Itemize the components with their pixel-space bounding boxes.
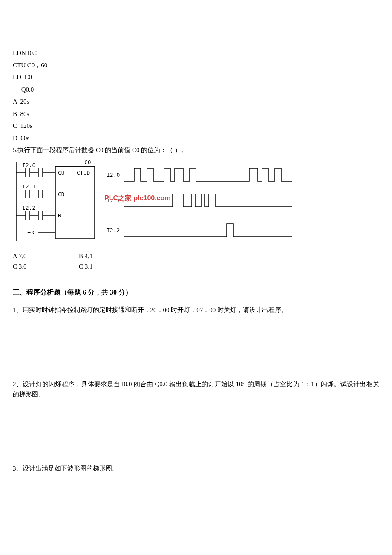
answer-b: B 4,1 <box>79 251 93 261</box>
answer-a: A 7,0 <box>13 251 79 261</box>
code-line: = Q0.0 <box>13 84 379 96</box>
code-line: D 60s <box>13 132 379 145</box>
code-line: LDN I0.0 <box>13 47 379 59</box>
code-block: LDN I0.0 CTU C0，60 LD C0 = Q0.0 A 20s B … <box>13 47 379 144</box>
signal-label-i20: I2.0 <box>107 172 120 178</box>
label-cd: CD <box>58 191 65 197</box>
question-3-3: 3、设计出满足如下波形图的梯形图。 <box>13 463 379 474</box>
answer-row-1: A 7,0 B 4,1 <box>13 251 379 261</box>
label-i22: I2.2 <box>22 205 35 211</box>
signal-label-i22: I2.2 <box>107 227 120 234</box>
answer-c1: C 3,0 <box>13 261 79 272</box>
code-line: A 20s <box>13 95 379 108</box>
label-c0: C0 <box>84 159 91 165</box>
label-i21: I2.1 <box>22 183 35 190</box>
label-ctud: CTUD <box>77 170 90 176</box>
label-cu: CU <box>58 170 65 176</box>
ladder-timing-diagram: I2.0 I2.1 I2.2 +3 C0 CU CTUD CD R I2.0 I… <box>13 158 379 249</box>
question-5-text: 5.执行下面一段程序后计数器 C0 的当前值 C0 的位为：（ ）。 <box>13 145 379 155</box>
question-3-2: 2、设计灯的闪烁程序，具体要求是当 I0.0 闭合由 Q0.0 输出负载上的灯开… <box>13 379 379 399</box>
watermark-text: PLC之家 plc100.com <box>104 194 171 202</box>
svg-rect-23 <box>55 166 95 239</box>
answer-row-2: C 3,0 C 3,1 <box>13 261 379 272</box>
code-line: B 80s <box>13 108 379 120</box>
label-preset: +3 <box>27 229 34 236</box>
code-line: LD C0 <box>13 71 379 84</box>
label-i20: I2.0 <box>22 162 35 168</box>
question-3-1: 1、用实时时钟指令控制路灯的定时接通和断开，20：00 时开灯，07：00 时关… <box>13 305 379 315</box>
code-line: CTU C0，60 <box>13 59 379 72</box>
label-r: R <box>58 212 61 219</box>
section-3-title: 三、程序分析题（每题 6 分，共 30 分） <box>13 287 379 298</box>
code-line: C 120s <box>13 120 379 132</box>
answer-c2: C 3,1 <box>79 261 93 272</box>
